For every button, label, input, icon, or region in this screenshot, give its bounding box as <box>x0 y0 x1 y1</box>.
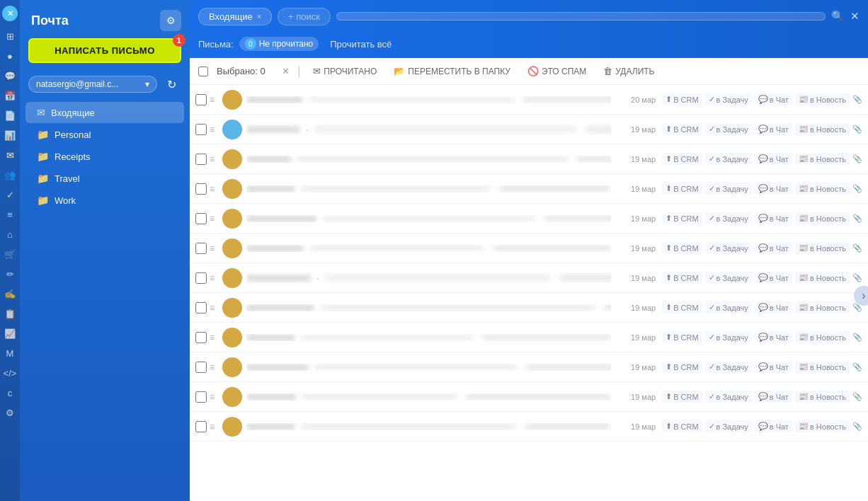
mark-spam-action[interactable]: 🚫 ЭТО СПАМ <box>523 64 590 78</box>
delete-action[interactable]: 🗑 УДАЛИТЬ <box>599 64 658 78</box>
task-button[interactable]: ✓ в Задачу <box>705 361 752 373</box>
nav-icon-c[interactable]: c <box>2 385 18 401</box>
nav-icon-doc[interactable]: 📄 <box>2 108 18 123</box>
account-selector[interactable]: natasergio@gmail.c... ▾ <box>28 76 157 93</box>
task-button[interactable]: ✓ в Задачу <box>705 153 752 165</box>
nav-icon-check[interactable]: ✓ <box>2 187 18 202</box>
task-button[interactable]: ✓ в Задачу <box>705 420 752 432</box>
nav-icon-mail[interactable]: ✉ <box>2 147 18 163</box>
news-button[interactable]: 📰 в Новость <box>795 242 850 254</box>
close-selection-button[interactable]: × <box>282 65 289 78</box>
chat-button[interactable]: 💬 в Чат <box>755 183 792 195</box>
task-button[interactable]: ✓ в Задачу <box>705 242 752 254</box>
email-row[interactable]: ≡ 19 мар ⬆ В CRM ✓ в Задачу 💬 в Чат 📰 <box>190 174 868 204</box>
crm-button[interactable]: ⬆ В CRM <box>662 391 702 403</box>
news-button[interactable]: 📰 в Новость <box>795 93 850 105</box>
folder-item-work[interactable]: 📁 Work <box>25 190 184 211</box>
email-checkbox[interactable] <box>195 332 207 343</box>
task-button[interactable]: ✓ в Задачу <box>705 391 752 403</box>
nav-icon-dot[interactable]: ● <box>2 48 18 64</box>
chat-button[interactable]: 💬 в Чат <box>755 272 792 284</box>
folder-item-inbox[interactable]: ✉ Входящие <box>25 102 184 123</box>
crm-button[interactable]: ⬆ В CRM <box>662 93 702 105</box>
chat-button[interactable]: 💬 в Чат <box>755 361 792 373</box>
crm-button[interactable]: ⬆ В CRM <box>662 361 702 373</box>
email-list-container[interactable]: Выбрано: 0 × | ✉ ПРОЧИТАНО 📂 ПЕРЕМЕСТИТЬ… <box>190 58 868 501</box>
chat-button[interactable]: 💬 в Чат <box>755 212 792 224</box>
email-menu-icon[interactable]: ≡ <box>210 303 219 313</box>
news-button[interactable]: 📰 в Новость <box>795 183 850 195</box>
email-checkbox[interactable] <box>195 302 207 313</box>
nav-icon-users[interactable]: 👥 <box>2 167 18 183</box>
email-menu-icon[interactable]: ≡ <box>210 243 219 253</box>
search-tab[interactable]: + поиск <box>278 8 331 25</box>
email-row[interactable]: ≡ 19 мар ⬆ В CRM ✓ в Задачу 💬 в Чат 📰 <box>190 352 868 382</box>
email-menu-icon[interactable]: ≡ <box>210 392 219 402</box>
chat-button[interactable]: 💬 в Чат <box>755 331 792 343</box>
chat-button[interactable]: 💬 в Чат <box>755 420 792 432</box>
scroll-next-button[interactable]: › <box>854 286 868 306</box>
email-menu-icon[interactable]: ≡ <box>210 362 219 372</box>
inbox-tab-close[interactable]: × <box>257 12 261 21</box>
move-to-folder-action[interactable]: 📂 ПЕРЕМЕСТИТЬ В ПАПКУ <box>389 64 515 78</box>
email-row[interactable]: ≡ 19 мар ⬆ В CRM ✓ в Задачу 💬 в Чат 📰 <box>190 412 868 442</box>
task-button[interactable]: ✓ в Задачу <box>705 183 752 195</box>
news-button[interactable]: 📰 в Новость <box>795 153 850 165</box>
close-search-icon[interactable]: ✕ <box>850 10 860 23</box>
news-button[interactable]: 📰 в Новость <box>795 123 850 135</box>
nav-icon-shop[interactable]: 🛒 <box>2 246 18 262</box>
task-button[interactable]: ✓ в Задачу <box>705 331 752 343</box>
email-menu-icon[interactable]: ≡ <box>210 214 219 224</box>
email-checkbox[interactable] <box>195 243 207 254</box>
nav-icon-home[interactable]: ⌂ <box>2 226 18 242</box>
email-menu-icon[interactable]: ≡ <box>210 422 219 432</box>
inbox-tab[interactable]: Входящие × <box>198 8 272 25</box>
email-menu-icon[interactable]: ≡ <box>210 154 219 164</box>
settings-button[interactable]: ⚙ <box>160 10 181 31</box>
chat-button[interactable]: 💬 в Чат <box>755 123 792 135</box>
nav-icon-filter[interactable]: ≡ <box>2 207 18 222</box>
news-button[interactable]: 📰 в Новость <box>795 391 850 403</box>
task-button[interactable]: ✓ в Задачу <box>705 212 752 224</box>
folder-item-travel[interactable]: 📁 Travel <box>25 168 184 189</box>
task-button[interactable]: ✓ в Задачу <box>705 123 752 135</box>
email-menu-icon[interactable]: ≡ <box>210 184 219 194</box>
nav-icon-clipboard[interactable]: 📋 <box>2 306 18 321</box>
search-bar[interactable] <box>336 12 826 21</box>
news-button[interactable]: 📰 в Новость <box>795 361 850 373</box>
email-row[interactable]: ≡ · 19 мар ⬆ В CRM ✓ в Задачу 💬 в Чат 📰 <box>190 115 868 144</box>
crm-button[interactable]: ⬆ В CRM <box>662 301 702 313</box>
chat-button[interactable]: 💬 в Чат <box>755 242 792 254</box>
nav-icon-chat[interactable]: 💬 <box>2 68 18 84</box>
email-row[interactable]: ≡ · 19 мар ⬆ В CRM ✓ в Задачу 💬 в Чат 📰 <box>190 263 868 293</box>
refresh-button[interactable]: ↻ <box>161 74 181 94</box>
news-button[interactable]: 📰 в Новость <box>795 331 850 343</box>
crm-button[interactable]: ⬆ В CRM <box>662 331 702 343</box>
crm-button[interactable]: ⬆ В CRM <box>662 123 702 135</box>
nav-icon-edit[interactable]: ✏ <box>2 266 18 282</box>
nav-icon-mail2[interactable]: M <box>2 345 18 361</box>
nav-icon-settings[interactable]: ⚙ <box>2 405 18 420</box>
crm-button[interactable]: ⬆ В CRM <box>662 242 702 254</box>
compose-button[interactable]: НАПИСАТЬ ПИСЬМО 1 <box>28 38 181 63</box>
task-button[interactable]: ✓ в Задачу <box>705 93 752 105</box>
news-button[interactable]: 📰 в Новость <box>795 272 850 284</box>
email-checkbox[interactable] <box>195 421 207 432</box>
email-row[interactable]: ≡ 19 мар ⬆ В CRM ✓ в Задачу 💬 в Чат 📰 <box>190 323 868 352</box>
news-button[interactable]: 📰 в Новость <box>795 212 850 224</box>
crm-button[interactable]: ⬆ В CRM <box>662 183 702 195</box>
close-app-button[interactable]: ✕ <box>2 6 18 21</box>
email-checkbox[interactable] <box>195 94 207 105</box>
email-checkbox[interactable] <box>195 362 207 373</box>
search-icon[interactable]: 🔍 <box>831 10 845 23</box>
news-button[interactable]: 📰 в Новость <box>795 301 850 313</box>
email-row[interactable]: ≡ 19 мар ⬆ В CRM ✓ в Задачу 💬 в Чат 📰 <box>190 144 868 174</box>
email-menu-icon[interactable]: ≡ <box>210 333 219 342</box>
chat-button[interactable]: 💬 в Чат <box>755 391 792 403</box>
email-checkbox[interactable] <box>195 391 207 403</box>
email-menu-icon[interactable]: ≡ <box>210 125 219 134</box>
email-menu-icon[interactable]: ≡ <box>210 95 219 105</box>
task-button[interactable]: ✓ в Задачу <box>705 301 752 313</box>
crm-button[interactable]: ⬆ В CRM <box>662 272 702 284</box>
email-menu-icon[interactable]: ≡ <box>210 273 219 283</box>
